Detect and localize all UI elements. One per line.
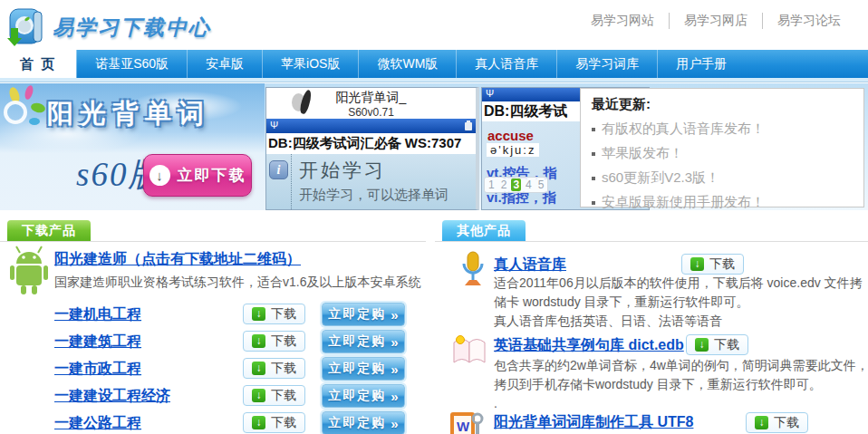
chevron-right-icon: »	[391, 307, 398, 323]
other-product-link[interactable]: 真人语音库	[494, 256, 566, 275]
other-product-link[interactable]: 阳光背单词词库制作工具 UTF8	[494, 413, 693, 432]
other-product-desc: 适合2011年06月以后版本的软件使用，下载后将 voice.edv 文件拷	[494, 275, 863, 292]
nav-home[interactable]: 首 页	[0, 50, 76, 78]
nav-s60[interactable]: 诺基亚S60版	[76, 50, 187, 78]
product-link[interactable]: 一建机电工程	[54, 305, 141, 324]
phone1-statusbar: Ψ	[266, 119, 476, 133]
product-link[interactable]: 一建市政工程	[54, 360, 141, 379]
product-link[interactable]: 一建建设工程经济	[54, 387, 170, 406]
menu-item-desc: 开始学习，可以选择单词	[299, 187, 448, 204]
menu-item-title: 开始学习	[299, 158, 386, 183]
order-button[interactable]: 立即定购»	[322, 384, 405, 408]
product-link[interactable]: 一建公路工程	[54, 414, 141, 433]
download-button[interactable]: ↓下载	[681, 254, 744, 275]
product-link[interactable]: 一建建筑工程	[54, 333, 141, 352]
top-link-shop[interactable]: 易学习网店	[669, 13, 762, 29]
update-item: s60更新到V2.3版！	[592, 166, 853, 190]
page-number: 2	[499, 178, 509, 191]
other-product-desc: 真人语音库包括英语、日语、法语等语音	[494, 313, 722, 330]
update-item: 有版权的真人语音库发布！	[592, 117, 853, 141]
updates-title: 最近更新:	[592, 96, 853, 113]
flower-icon	[2, 85, 49, 136]
word-headword: accuse	[487, 128, 534, 143]
banner-promo: 阳光背单词 s60版 ↓ 立即下载	[0, 83, 265, 210]
bullet-icon	[592, 128, 595, 131]
download-icon: ↓	[252, 389, 265, 402]
download-icon: ↓	[252, 307, 265, 321]
phone1-menu: i 开始学习 开始学习，可以选择单词	[266, 154, 476, 210]
download-icon: ↓	[755, 416, 768, 429]
page: 易学习下载中心 易学习网站 易学习网店 易学习论坛 首 页 诺基亚S60版 安卓…	[0, 0, 868, 434]
top-link-website[interactable]: 易学习网站	[576, 13, 669, 29]
downloads-section-tab: 下载产品	[7, 220, 91, 241]
nav-android[interactable]: 安卓版	[187, 50, 262, 78]
nav-wm[interactable]: 微软WM版	[358, 50, 456, 78]
top-link-forum[interactable]: 易学习论坛	[762, 13, 855, 29]
others-section-header: 其他产品	[435, 221, 868, 242]
download-button[interactable]: ↓下载	[243, 358, 305, 379]
page-number: 1	[487, 178, 497, 191]
book-icon	[450, 333, 488, 370]
download-icon: ↓	[690, 257, 704, 271]
battery-icon	[465, 122, 472, 130]
nav-manual[interactable]: 用户手册	[657, 50, 745, 78]
order-button[interactable]: 立即定购»	[322, 330, 405, 353]
chevron-right-icon: »	[391, 362, 398, 377]
order-button[interactable]: 立即定购»	[322, 411, 405, 434]
feature-product-link[interactable]: 阳光建造师（点击有下载地址二维码）	[54, 250, 301, 269]
product-row: 一建机电工程 ↓下载 立即定购»	[0, 303, 426, 326]
other-product-desc: 拷贝到手机存储卡wordstudy 目录下，重新运行软件即可。	[494, 377, 822, 393]
info-icon: i	[269, 160, 288, 179]
logo-text: 易学习下载中心	[53, 14, 211, 42]
order-button[interactable]: 立即定购»	[322, 357, 405, 381]
product-row: 一建公路工程 ↓下载 立即定购»	[0, 411, 426, 434]
banner: 阳光背单词 s60版 ↓ 立即下载 阳光背单词_ S60v0.71 Ψ DB:四…	[0, 83, 868, 210]
top-links: 易学习网站 易学习网店 易学习论坛	[576, 13, 855, 29]
bullet-icon	[592, 177, 595, 180]
nav-voice[interactable]: 真人语音库	[456, 50, 556, 78]
update-item: 苹果版发布！	[592, 141, 853, 166]
download-icon: ↓	[695, 338, 709, 352]
feature-product-desc: 国家建造师职业资格考试练习软件，适合v1.6及以上版本安卓系统	[54, 275, 420, 291]
antenna-icon: Ψ	[270, 120, 278, 130]
download-button[interactable]: ↓下载	[243, 412, 305, 433]
download-button[interactable]: ↓下载	[686, 334, 748, 355]
phone1-db-line: DB:四级考试词汇必备 WS:7307	[266, 133, 476, 154]
banner-title: 阳光背单词	[47, 96, 261, 132]
recent-updates-panel: 最近更新: 有版权的真人语音库发布！ 苹果版发布！ s60更新到V2.3版！ 安…	[580, 88, 864, 207]
page-number: 4	[524, 178, 534, 191]
toolbook-icon: W	[448, 410, 485, 434]
product-row: 一建建设工程经济 ↓下载 立即定购»	[0, 384, 426, 408]
other-product-desc: .	[494, 396, 497, 410]
download-icon: ↓	[252, 334, 265, 348]
nav-bottom-strip	[0, 78, 868, 82]
page-number-active: 3	[511, 178, 521, 191]
download-button[interactable]: ↓下载	[746, 412, 808, 433]
others-section-tab: 其他产品	[442, 220, 526, 241]
chevron-right-icon: »	[391, 334, 398, 350]
site-logo[interactable]: 易学习下载中心	[7, 4, 211, 51]
other-product-link[interactable]: 英语基础共享例句库 dict.edb	[494, 336, 684, 355]
header: 易学习下载中心 易学习网站 易学习网店 易学习论坛	[0, 0, 868, 50]
bullet-icon	[592, 201, 595, 205]
update-item: 安卓版最新使用手册发布！	[592, 190, 853, 210]
download-button[interactable]: ↓下载	[243, 304, 305, 324]
android-icon	[7, 245, 51, 299]
download-button[interactable]: ↓下载	[243, 385, 305, 406]
nav-dict[interactable]: 易学习词库	[556, 50, 657, 78]
banner-download-button[interactable]: ↓ 立即下载	[143, 154, 252, 197]
chevron-right-icon: »	[391, 389, 398, 404]
nav-ios[interactable]: 苹果iOS版	[262, 50, 358, 78]
main-nav: 首 页 诺基亚S60版 安卓版 苹果iOS版 微软WM版 真人语音库 易学习词库…	[0, 50, 868, 78]
download-button[interactable]: ↓下载	[243, 331, 305, 352]
download-circle-icon: ↓	[149, 165, 170, 186]
product-row: 一建市政工程 ↓下载 立即定购»	[0, 357, 426, 381]
logo-bag-icon	[7, 4, 47, 51]
order-button[interactable]: 立即定购»	[322, 303, 405, 326]
bullet-icon	[592, 152, 595, 156]
microphone-icon	[458, 250, 488, 292]
other-product-desc: 包含共享的约2w单词音标，4w单词的例句，简明词典需要此文件，下	[494, 358, 868, 374]
word-phonetic: ə'kju:z	[487, 143, 539, 157]
download-icon: ↓	[252, 362, 265, 375]
download-icon: ↓	[252, 416, 265, 429]
